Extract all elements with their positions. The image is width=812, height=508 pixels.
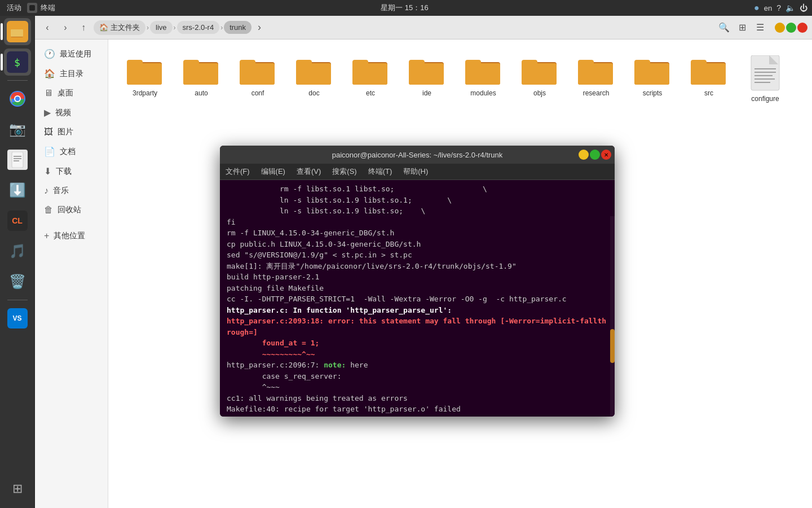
taskbar-item-clion[interactable]: CL bbox=[4, 207, 31, 234]
taskbar-item-music[interactable]: 🎵 bbox=[4, 238, 31, 265]
sidebar-item-photos[interactable]: 🖼 图片 bbox=[37, 122, 105, 142]
documents-icon bbox=[7, 150, 28, 170]
configure-file-label: configure bbox=[751, 95, 779, 103]
downloads-icon: ⬇ bbox=[44, 166, 51, 177]
nav-forward-button[interactable]: › bbox=[58, 20, 73, 36]
svg-rect-31 bbox=[465, 63, 500, 85]
sidebar-item-trash[interactable]: 🗑 回收站 bbox=[37, 200, 105, 220]
taskbar-item-files[interactable] bbox=[4, 18, 31, 45]
breadcrumb-srs[interactable]: srs-2.0-r4 bbox=[177, 21, 220, 34]
folder-auto-icon bbox=[183, 55, 219, 86]
breadcrumb-live[interactable]: live bbox=[150, 21, 173, 34]
terminal-close-button[interactable]: ✕ bbox=[601, 150, 611, 160]
folder-etc[interactable]: etc bbox=[345, 51, 396, 107]
folder-scripts[interactable]: scripts bbox=[627, 51, 678, 107]
terminal-menu-search[interactable]: 搜索(S) bbox=[331, 165, 358, 178]
header-bar: ‹ › ↑ 🏠 主文件夹 › live › srs-2.0-r4 bbox=[35, 16, 812, 40]
taskbar: $ 📷 bbox=[0, 16, 35, 508]
volume-icon[interactable]: 🔈 bbox=[785, 3, 795, 12]
folder-research[interactable]: research bbox=[571, 51, 621, 107]
breadcrumb: 🏠 主文件夹 › live › srs-2.0-r4 › trunk bbox=[94, 20, 267, 36]
sidebar: 🕐 最近使用 🏠 主目录 🖥 桌面 ▶ 视频 bbox=[35, 40, 108, 508]
folder-objs-label: objs bbox=[533, 89, 546, 97]
folder-3rdparty-label: 3rdparty bbox=[133, 89, 157, 97]
close-button[interactable] bbox=[797, 23, 807, 33]
folder-conf[interactable]: conf bbox=[232, 51, 283, 107]
clion-icon: CL bbox=[7, 211, 28, 231]
sidebar-item-music[interactable]: ♪ 音乐 bbox=[37, 181, 105, 200]
folder-scripts-label: scripts bbox=[643, 89, 663, 97]
svg-rect-13 bbox=[127, 63, 162, 85]
nav-up-button[interactable]: ↑ bbox=[76, 20, 91, 36]
sidebar-item-other[interactable]: + 其他位置 bbox=[37, 226, 105, 246]
breadcrumb-sep-2: › bbox=[174, 24, 176, 32]
window-app-icon bbox=[27, 3, 37, 13]
svg-rect-43 bbox=[691, 63, 726, 85]
folder-research-label: research bbox=[583, 89, 610, 97]
terminal-minimize-button[interactable] bbox=[579, 150, 589, 160]
sidebar-item-video[interactable]: ▶ 视频 bbox=[37, 103, 105, 122]
maximize-button[interactable] bbox=[786, 23, 796, 33]
terminal-maximize-button[interactable] bbox=[590, 150, 600, 160]
view-toggle-button[interactable]: ⊞ bbox=[734, 20, 750, 36]
folder-src-icon bbox=[691, 55, 727, 86]
taskbar-item-camera[interactable]: 📷 bbox=[4, 116, 31, 143]
file-configure[interactable]: configure bbox=[740, 51, 791, 107]
folder-src-label: src bbox=[704, 89, 713, 97]
svg-rect-7 bbox=[12, 152, 23, 168]
music-icon: 🎵 bbox=[9, 243, 26, 259]
folder-ide-label: ide bbox=[422, 89, 431, 97]
folder-ide[interactable]: ide bbox=[401, 51, 452, 107]
breadcrumb-trunk[interactable]: trunk bbox=[224, 21, 251, 34]
folder-objs[interactable]: objs bbox=[514, 51, 565, 107]
folder-modules[interactable]: modules bbox=[458, 51, 509, 107]
power-icon[interactable]: ⏻ bbox=[800, 3, 807, 12]
desktop-icon: 🖥 bbox=[44, 88, 53, 98]
folder-3rdparty[interactable]: 3rdparty bbox=[120, 51, 170, 107]
datetime-label: 星期一 15：16 bbox=[381, 3, 429, 13]
taskbar-item-vscode[interactable]: VS bbox=[4, 305, 31, 332]
terminal-app-icon: $ bbox=[7, 51, 28, 73]
search-button[interactable]: 🔍 bbox=[716, 20, 732, 36]
menu-button[interactable]: ☰ bbox=[752, 20, 768, 36]
vscode-icon: VS bbox=[7, 308, 28, 329]
terminal-content[interactable]: rm -f libst.so.1 libst.so; \ ln -s libst… bbox=[220, 180, 615, 417]
minimize-button[interactable] bbox=[775, 23, 785, 33]
lang-indicator[interactable]: en bbox=[764, 4, 772, 12]
taskbar-item-trash[interactable]: 🗑️ bbox=[4, 268, 31, 295]
terminal-menu-terminal[interactable]: 终端(T) bbox=[367, 165, 394, 178]
folder-doc[interactable]: doc bbox=[289, 51, 339, 107]
nav-back-button[interactable]: ‹ bbox=[39, 20, 55, 36]
folder-doc-label: doc bbox=[308, 89, 319, 97]
help-icon[interactable]: ? bbox=[776, 3, 781, 12]
taskbar-item-downloads[interactable]: ⬇️ bbox=[4, 177, 31, 204]
folder-conf-icon bbox=[240, 55, 276, 86]
taskbar-item-terminal[interactable]: $ bbox=[4, 49, 31, 76]
camera-icon: 📷 bbox=[9, 121, 26, 137]
docs-icon: 📄 bbox=[44, 146, 55, 157]
terminal-menu-edit[interactable]: 编辑(E) bbox=[260, 165, 286, 178]
terminal-scrollbar-thumb[interactable] bbox=[610, 329, 615, 363]
folder-modules-icon bbox=[465, 55, 501, 86]
taskbar-item-chrome[interactable] bbox=[4, 85, 31, 112]
svg-rect-22 bbox=[296, 63, 331, 85]
folder-auto[interactable]: auto bbox=[176, 51, 227, 107]
breadcrumb-more-button[interactable]: › bbox=[251, 20, 267, 36]
sidebar-item-home[interactable]: 🏠 主目录 bbox=[37, 64, 105, 84]
app-menu-label[interactable]: 终端 bbox=[41, 3, 55, 13]
terminal-menu-file[interactable]: 文件(F) bbox=[224, 165, 251, 178]
folder-doc-icon bbox=[296, 55, 332, 86]
sidebar-item-docs[interactable]: 📄 文档 bbox=[37, 142, 105, 161]
activities-button[interactable]: 活动 bbox=[5, 3, 24, 13]
folder-src[interactable]: src bbox=[683, 51, 734, 107]
terminal-scrollbar[interactable] bbox=[610, 216, 615, 417]
taskbar-item-show-apps[interactable]: ⊞ bbox=[4, 475, 31, 502]
sidebar-item-recent[interactable]: 🕐 最近使用 bbox=[37, 44, 105, 64]
recent-icon: 🕐 bbox=[44, 49, 55, 59]
sidebar-item-downloads[interactable]: ⬇ 下载 bbox=[37, 161, 105, 181]
terminal-menu-view[interactable]: 查看(V) bbox=[295, 165, 322, 178]
taskbar-item-documents[interactable] bbox=[4, 146, 31, 173]
sidebar-item-desktop[interactable]: 🖥 桌面 bbox=[37, 84, 105, 103]
breadcrumb-home[interactable]: 🏠 主文件夹 bbox=[94, 20, 145, 35]
terminal-menu-help[interactable]: 帮助(H) bbox=[402, 165, 429, 178]
